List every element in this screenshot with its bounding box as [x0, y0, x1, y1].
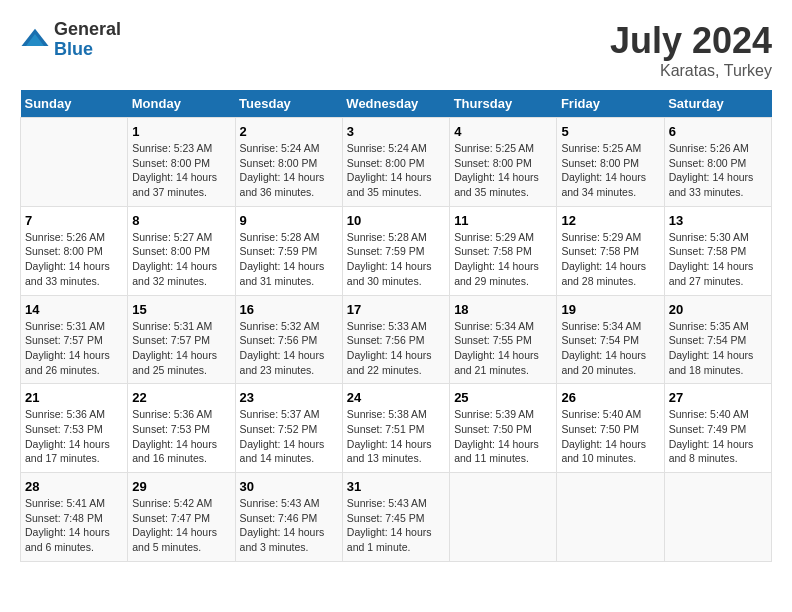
- header-sunday: Sunday: [21, 90, 128, 118]
- day-info: Sunrise: 5:34 AMSunset: 7:55 PMDaylight:…: [454, 319, 552, 378]
- calendar-cell: 24Sunrise: 5:38 AMSunset: 7:51 PMDayligh…: [342, 384, 449, 473]
- page-header: General Blue July 2024 Karatas, Turkey: [20, 20, 772, 80]
- calendar-table: SundayMondayTuesdayWednesdayThursdayFrid…: [20, 90, 772, 562]
- calendar-cell: 14Sunrise: 5:31 AMSunset: 7:57 PMDayligh…: [21, 295, 128, 384]
- day-info: Sunrise: 5:24 AMSunset: 8:00 PMDaylight:…: [240, 141, 338, 200]
- week-row-5: 28Sunrise: 5:41 AMSunset: 7:48 PMDayligh…: [21, 473, 772, 562]
- day-number: 29: [132, 479, 230, 494]
- day-info: Sunrise: 5:26 AMSunset: 8:00 PMDaylight:…: [25, 230, 123, 289]
- day-number: 23: [240, 390, 338, 405]
- day-info: Sunrise: 5:28 AMSunset: 7:59 PMDaylight:…: [347, 230, 445, 289]
- day-info: Sunrise: 5:27 AMSunset: 8:00 PMDaylight:…: [132, 230, 230, 289]
- logo-general: General: [54, 20, 121, 40]
- day-number: 11: [454, 213, 552, 228]
- calendar-cell: 27Sunrise: 5:40 AMSunset: 7:49 PMDayligh…: [664, 384, 771, 473]
- calendar-cell: 25Sunrise: 5:39 AMSunset: 7:50 PMDayligh…: [450, 384, 557, 473]
- day-number: 2: [240, 124, 338, 139]
- day-info: Sunrise: 5:39 AMSunset: 7:50 PMDaylight:…: [454, 407, 552, 466]
- calendar-cell: 15Sunrise: 5:31 AMSunset: 7:57 PMDayligh…: [128, 295, 235, 384]
- day-number: 18: [454, 302, 552, 317]
- day-info: Sunrise: 5:34 AMSunset: 7:54 PMDaylight:…: [561, 319, 659, 378]
- day-number: 30: [240, 479, 338, 494]
- calendar-cell: 13Sunrise: 5:30 AMSunset: 7:58 PMDayligh…: [664, 206, 771, 295]
- day-number: 21: [25, 390, 123, 405]
- main-title: July 2024: [610, 20, 772, 62]
- week-row-2: 7Sunrise: 5:26 AMSunset: 8:00 PMDaylight…: [21, 206, 772, 295]
- calendar-cell: 26Sunrise: 5:40 AMSunset: 7:50 PMDayligh…: [557, 384, 664, 473]
- day-number: 15: [132, 302, 230, 317]
- day-info: Sunrise: 5:28 AMSunset: 7:59 PMDaylight:…: [240, 230, 338, 289]
- day-number: 8: [132, 213, 230, 228]
- day-info: Sunrise: 5:36 AMSunset: 7:53 PMDaylight:…: [25, 407, 123, 466]
- calendar-cell: 28Sunrise: 5:41 AMSunset: 7:48 PMDayligh…: [21, 473, 128, 562]
- calendar-cell: 8Sunrise: 5:27 AMSunset: 8:00 PMDaylight…: [128, 206, 235, 295]
- calendar-cell: [557, 473, 664, 562]
- calendar-cell: 18Sunrise: 5:34 AMSunset: 7:55 PMDayligh…: [450, 295, 557, 384]
- header-row: SundayMondayTuesdayWednesdayThursdayFrid…: [21, 90, 772, 118]
- day-info: Sunrise: 5:35 AMSunset: 7:54 PMDaylight:…: [669, 319, 767, 378]
- header-tuesday: Tuesday: [235, 90, 342, 118]
- day-number: 13: [669, 213, 767, 228]
- header-wednesday: Wednesday: [342, 90, 449, 118]
- day-info: Sunrise: 5:25 AMSunset: 8:00 PMDaylight:…: [454, 141, 552, 200]
- calendar-cell: 17Sunrise: 5:33 AMSunset: 7:56 PMDayligh…: [342, 295, 449, 384]
- calendar-cell: 29Sunrise: 5:42 AMSunset: 7:47 PMDayligh…: [128, 473, 235, 562]
- subtitle: Karatas, Turkey: [610, 62, 772, 80]
- day-number: 31: [347, 479, 445, 494]
- day-info: Sunrise: 5:41 AMSunset: 7:48 PMDaylight:…: [25, 496, 123, 555]
- day-info: Sunrise: 5:43 AMSunset: 7:46 PMDaylight:…: [240, 496, 338, 555]
- calendar-cell: 20Sunrise: 5:35 AMSunset: 7:54 PMDayligh…: [664, 295, 771, 384]
- day-number: 12: [561, 213, 659, 228]
- day-info: Sunrise: 5:30 AMSunset: 7:58 PMDaylight:…: [669, 230, 767, 289]
- day-info: Sunrise: 5:23 AMSunset: 8:00 PMDaylight:…: [132, 141, 230, 200]
- header-saturday: Saturday: [664, 90, 771, 118]
- day-info: Sunrise: 5:29 AMSunset: 7:58 PMDaylight:…: [454, 230, 552, 289]
- calendar-cell: 23Sunrise: 5:37 AMSunset: 7:52 PMDayligh…: [235, 384, 342, 473]
- header-monday: Monday: [128, 90, 235, 118]
- day-info: Sunrise: 5:32 AMSunset: 7:56 PMDaylight:…: [240, 319, 338, 378]
- header-friday: Friday: [557, 90, 664, 118]
- logo-blue: Blue: [54, 40, 121, 60]
- calendar-cell: 5Sunrise: 5:25 AMSunset: 8:00 PMDaylight…: [557, 118, 664, 207]
- logo: General Blue: [20, 20, 121, 60]
- calendar-cell: 19Sunrise: 5:34 AMSunset: 7:54 PMDayligh…: [557, 295, 664, 384]
- day-info: Sunrise: 5:31 AMSunset: 7:57 PMDaylight:…: [25, 319, 123, 378]
- day-number: 27: [669, 390, 767, 405]
- week-row-3: 14Sunrise: 5:31 AMSunset: 7:57 PMDayligh…: [21, 295, 772, 384]
- day-number: 28: [25, 479, 123, 494]
- calendar-cell: 16Sunrise: 5:32 AMSunset: 7:56 PMDayligh…: [235, 295, 342, 384]
- calendar-cell: [21, 118, 128, 207]
- day-number: 5: [561, 124, 659, 139]
- day-info: Sunrise: 5:24 AMSunset: 8:00 PMDaylight:…: [347, 141, 445, 200]
- day-info: Sunrise: 5:29 AMSunset: 7:58 PMDaylight:…: [561, 230, 659, 289]
- calendar-cell: 4Sunrise: 5:25 AMSunset: 8:00 PMDaylight…: [450, 118, 557, 207]
- calendar-cell: 30Sunrise: 5:43 AMSunset: 7:46 PMDayligh…: [235, 473, 342, 562]
- calendar-cell: [664, 473, 771, 562]
- calendar-cell: 10Sunrise: 5:28 AMSunset: 7:59 PMDayligh…: [342, 206, 449, 295]
- calendar-cell: 12Sunrise: 5:29 AMSunset: 7:58 PMDayligh…: [557, 206, 664, 295]
- week-row-4: 21Sunrise: 5:36 AMSunset: 7:53 PMDayligh…: [21, 384, 772, 473]
- day-number: 20: [669, 302, 767, 317]
- day-info: Sunrise: 5:33 AMSunset: 7:56 PMDaylight:…: [347, 319, 445, 378]
- day-info: Sunrise: 5:40 AMSunset: 7:50 PMDaylight:…: [561, 407, 659, 466]
- day-info: Sunrise: 5:40 AMSunset: 7:49 PMDaylight:…: [669, 407, 767, 466]
- logo-text: General Blue: [54, 20, 121, 60]
- day-info: Sunrise: 5:43 AMSunset: 7:45 PMDaylight:…: [347, 496, 445, 555]
- calendar-cell: 2Sunrise: 5:24 AMSunset: 8:00 PMDaylight…: [235, 118, 342, 207]
- calendar-cell: 7Sunrise: 5:26 AMSunset: 8:00 PMDaylight…: [21, 206, 128, 295]
- calendar-cell: [450, 473, 557, 562]
- day-number: 14: [25, 302, 123, 317]
- logo-icon: [20, 25, 50, 55]
- day-number: 9: [240, 213, 338, 228]
- day-number: 16: [240, 302, 338, 317]
- calendar-cell: 11Sunrise: 5:29 AMSunset: 7:58 PMDayligh…: [450, 206, 557, 295]
- day-number: 17: [347, 302, 445, 317]
- day-info: Sunrise: 5:42 AMSunset: 7:47 PMDaylight:…: [132, 496, 230, 555]
- day-number: 19: [561, 302, 659, 317]
- day-number: 3: [347, 124, 445, 139]
- day-number: 26: [561, 390, 659, 405]
- day-number: 4: [454, 124, 552, 139]
- day-number: 7: [25, 213, 123, 228]
- title-block: July 2024 Karatas, Turkey: [610, 20, 772, 80]
- calendar-cell: 21Sunrise: 5:36 AMSunset: 7:53 PMDayligh…: [21, 384, 128, 473]
